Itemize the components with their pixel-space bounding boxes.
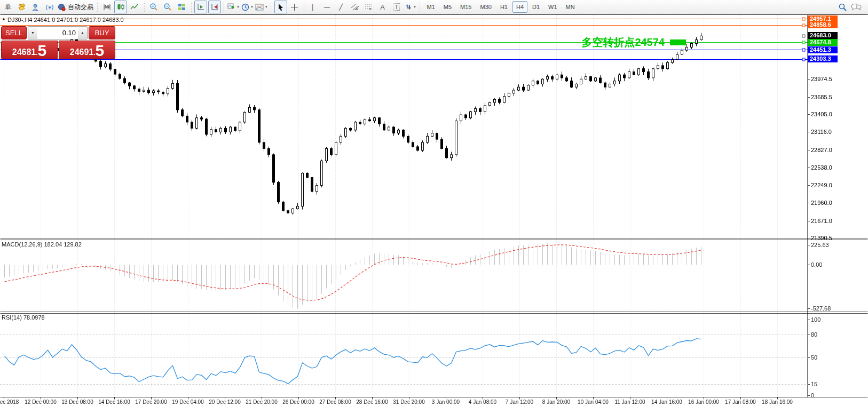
- indicator-tick: -527.68: [811, 305, 831, 312]
- indicator-tick: 0: [811, 392, 814, 399]
- price-level-badge: 24683.0: [808, 32, 838, 39]
- time-tick: 10 Jan 04:00: [578, 399, 609, 405]
- time-tick: 13 Dec 08:00: [61, 399, 93, 405]
- time-tick: 3 Jan 00:00: [432, 399, 460, 405]
- buy-price[interactable]: 24691.5: [59, 41, 115, 59]
- one-click-trade-panel: SELL ▼ ▲ BUY 24681.5 24691.5: [1, 26, 115, 59]
- price-tick: 22249.0: [811, 182, 832, 188]
- indicator-tick: 50: [811, 354, 817, 361]
- price-tick: 21960.0: [811, 200, 832, 206]
- price-tick: 23116.0: [811, 129, 832, 135]
- indicator-tick: 80: [811, 331, 817, 338]
- volume-up-button[interactable]: ▲: [78, 27, 87, 39]
- sell-button[interactable]: SELL: [1, 26, 27, 39]
- time-tick: 8 Jan 20:00: [542, 399, 570, 405]
- mt4-window: 单 自动交易: [0, 0, 868, 414]
- volume-input[interactable]: [37, 27, 78, 39]
- price-int: 24681: [12, 46, 36, 58]
- price-tick: 21390.5: [811, 235, 832, 241]
- panel-collapse-arrow[interactable]: ▲: [2, 17, 6, 21]
- chart-canvas[interactable]: [0, 0, 868, 414]
- price-int: 24691: [70, 46, 94, 58]
- volume-box: ▼ ▲: [28, 26, 88, 39]
- price-tick: 21671.0: [811, 218, 832, 224]
- time-tick: 10 Dec 2018: [0, 399, 19, 405]
- macd-label: MACD(12,26,9) 182.04 129.82: [2, 241, 82, 248]
- price-level-badge: 24303.3: [808, 55, 838, 62]
- time-tick: 12 Dec 00:00: [25, 399, 57, 405]
- time-tick: 4 Jan 08:00: [469, 399, 496, 405]
- time-tick: 14 Jan 16:00: [651, 399, 682, 405]
- caret-up-icon: ▲: [81, 31, 84, 35]
- time-tick: 21 Dec 20:00: [246, 399, 278, 405]
- price-tick: 23974.5: [811, 76, 832, 82]
- time-tick: 20 Dec 12:00: [209, 399, 241, 405]
- time-tick: 16 Jan 00:00: [688, 399, 719, 405]
- indicator-tick: 100: [811, 316, 820, 323]
- time-tick: 31 Dec 20:00: [393, 399, 425, 405]
- time-tick: 19 Dec 04:00: [172, 399, 204, 405]
- indicator-tick: 225.63: [811, 242, 829, 248]
- volume-down-button[interactable]: ▼: [28, 27, 37, 39]
- price-tick: 23405.0: [811, 111, 832, 117]
- annotation-text: 多空转折点24574: [581, 35, 665, 50]
- time-tick: 7 Jan 12:00: [506, 399, 533, 405]
- time-tick: 28 Dec 16:00: [356, 399, 388, 405]
- sell-price[interactable]: 24681.5: [1, 41, 58, 59]
- buy-button[interactable]: BUY: [89, 26, 115, 39]
- time-tick: 14 Dec 16:00: [98, 399, 130, 405]
- time-tick: 11 Jan 12:00: [614, 399, 645, 405]
- price-big-digit: 5: [96, 43, 105, 58]
- time-tick: 27 Dec 08:00: [319, 399, 351, 405]
- price-level-badge: 24858.6: [808, 21, 838, 28]
- price-tick: 23685.5: [811, 94, 832, 100]
- time-tick: 17 Dec 20:00: [135, 399, 167, 405]
- annotation-rectangle: [670, 39, 686, 45]
- price-tick: 22827.0: [811, 147, 832, 153]
- price-level-badge: 24574.8: [808, 39, 838, 46]
- price-tick: 22538.0: [811, 164, 832, 171]
- indicator-tick: 0.00: [811, 261, 822, 268]
- indicator-tick: 15: [811, 381, 817, 387]
- price-level-badge: 24451.3: [808, 46, 838, 53]
- time-tick: 17 Jan 08:00: [725, 399, 756, 405]
- symbol-info: DJ30-,H4 24641.0 24701.0 24617.0 24683.0: [7, 17, 124, 23]
- rsi-label: RSI(14) 78.0978: [2, 314, 45, 321]
- time-tick: 18 Jan 16:00: [762, 399, 793, 405]
- caret-down-icon: ▼: [31, 31, 35, 35]
- price-big-digit: 5: [38, 43, 47, 58]
- time-tick: 26 Dec 00:00: [282, 399, 314, 405]
